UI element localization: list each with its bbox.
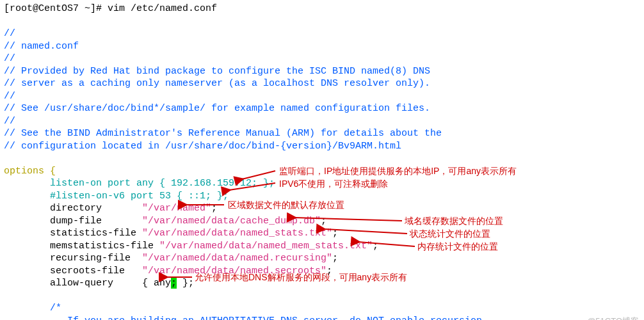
recursing-file-line: recursing-file "/var/named/data/named.re… bbox=[4, 252, 640, 265]
comment-line: // bbox=[4, 28, 640, 40]
comment-line: // See /usr/share/doc/bind*/sample/ for … bbox=[4, 102, 640, 115]
block-comment-line: /* bbox=[4, 302, 640, 315]
allow-query-line: allow-query { any; }; bbox=[4, 277, 640, 290]
comment-line: // bbox=[4, 52, 640, 65]
memstatistics-file-line: memstatistics-file "/var/named/data/name… bbox=[4, 240, 640, 253]
statistics-file-line: statistics-file "/var/named/data/named_s… bbox=[4, 227, 640, 240]
listen-on-line: listen-on port any { 192.168.159.12; }; bbox=[4, 177, 640, 190]
cursor-position: ; bbox=[171, 278, 177, 289]
comment-line: // bbox=[4, 115, 640, 128]
comment-line: // Provided by Red Hat bind package to c… bbox=[4, 65, 640, 78]
block-comment-line: - If you are building an AUTHORITATIVE D… bbox=[4, 315, 640, 321]
terminal-view: [root@CentOS7 ~]# vim /etc/named.conf //… bbox=[0, 0, 644, 320]
dump-file-line: dump-file "/var/named/data/cache_dump.db… bbox=[4, 215, 640, 228]
options-open: options { bbox=[4, 165, 640, 178]
comment-line: // See the BIND Administrator's Referenc… bbox=[4, 127, 640, 140]
directory-line: directory "/var/named"; bbox=[4, 202, 640, 215]
shell-prompt: [root@CentOS7 ~]# vim /etc/named.conf bbox=[4, 3, 640, 15]
comment-line: // bbox=[4, 90, 640, 103]
comment-line: // server as a caching only nameserver (… bbox=[4, 77, 640, 90]
listen-on-v6-line: #listen-on-v6 port 53 { ::1; }; bbox=[4, 190, 640, 203]
comment-line: // named.conf bbox=[4, 40, 640, 53]
secroots-file-line: secroots-file "/var/named/data/named.sec… bbox=[4, 265, 640, 278]
comment-line: // configuration located in /usr/share/d… bbox=[4, 140, 640, 153]
watermark-text: @51CTO博客 bbox=[587, 316, 639, 320]
